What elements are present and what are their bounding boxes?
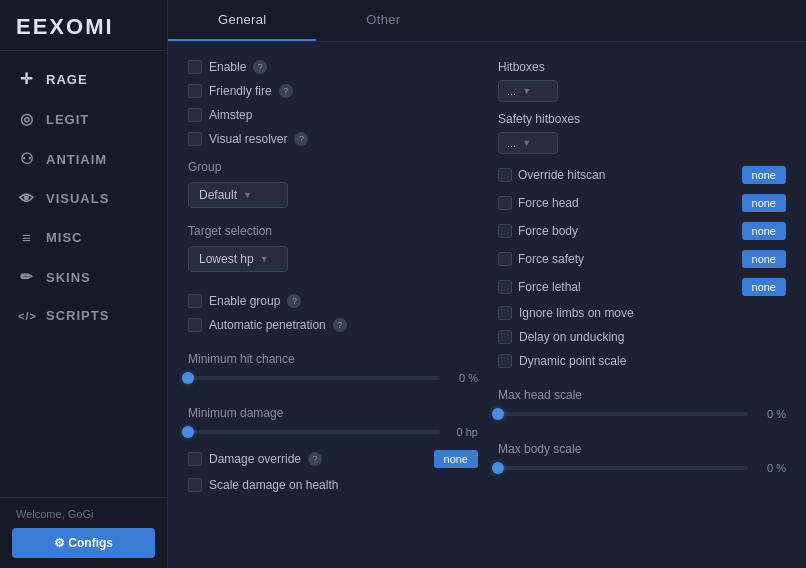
sidebar-item-rage[interactable]: ✛ RAGE — [0, 59, 167, 99]
auto-pen-help-icon[interactable]: ? — [333, 318, 347, 332]
safety-hitboxes-dropdown[interactable]: ... ▼ — [498, 132, 558, 154]
force-head-label: Force head — [518, 196, 736, 210]
sidebar-item-antiaim[interactable]: ⚇ ANTIAIM — [0, 139, 167, 179]
target-dropdown-value: Lowest hp — [199, 252, 254, 266]
force-body-none-button[interactable]: none — [742, 222, 786, 240]
max-body-scale-thumb[interactable] — [492, 462, 504, 474]
ignore-limbs-label: Ignore limbs on move — [519, 306, 634, 320]
min-damage-label: Minimum damage — [188, 406, 478, 420]
min-hit-chance-slider-row: Minimum hit chance 0 % — [188, 344, 478, 384]
min-damage-track[interactable] — [188, 430, 440, 434]
configs-button[interactable]: ⚙ Configs — [12, 528, 155, 558]
visual-resolver-checkbox[interactable] — [188, 132, 202, 146]
damage-override-row: Damage override ? none — [188, 448, 478, 470]
sidebar-item-legit[interactable]: ◎ LEGIT — [0, 99, 167, 139]
group-dropdown-value: Default — [199, 188, 237, 202]
scale-damage-label: Scale damage on health — [209, 478, 338, 492]
max-head-scale-value: 0 % — [758, 408, 786, 420]
min-hit-chance-track[interactable] — [188, 376, 440, 380]
hitboxes-dropdown-arrow: ▼ — [522, 86, 531, 96]
max-head-scale-thumb[interactable] — [492, 408, 504, 420]
force-body-label: Force body — [518, 224, 736, 238]
max-head-scale-track[interactable] — [498, 412, 748, 416]
sidebar-label-scripts: SCRIPTS — [46, 308, 109, 323]
force-body-checkbox[interactable] — [498, 224, 512, 238]
friendly-fire-help-icon[interactable]: ? — [279, 84, 293, 98]
enable-row: Enable ? — [188, 58, 478, 76]
visual-resolver-help-icon[interactable]: ? — [294, 132, 308, 146]
min-hit-chance-value: 0 % — [450, 372, 478, 384]
scale-damage-checkbox[interactable] — [188, 478, 202, 492]
safety-dropdown-value: ... — [507, 137, 516, 149]
min-hit-chance-label: Minimum hit chance — [188, 352, 478, 366]
auto-pen-row: Automatic penetration ? — [188, 316, 478, 334]
content-area: Enable ? Friendly fire ? Aimstep — [168, 42, 806, 568]
enable-label: Enable — [209, 60, 246, 74]
sidebar-label-legit: LEGIT — [46, 112, 89, 127]
damage-override-help-icon[interactable]: ? — [308, 452, 322, 466]
force-lethal-checkbox[interactable] — [498, 280, 512, 294]
app-container: EEXOMI ✛ RAGE ◎ LEGIT ⚇ ANTIAIM 👁 VISUAL… — [0, 0, 806, 568]
friendly-fire-checkbox[interactable] — [188, 84, 202, 98]
aimstep-checkbox[interactable] — [188, 108, 202, 122]
min-damage-slider-row: Minimum damage 0 hp — [188, 398, 478, 438]
force-safety-checkbox[interactable] — [498, 252, 512, 266]
misc-icon: ≡ — [18, 229, 36, 246]
enable-group-help-icon[interactable]: ? — [287, 294, 301, 308]
min-damage-value: 0 hp — [450, 426, 478, 438]
min-damage-thumb[interactable] — [182, 426, 194, 438]
max-body-scale-row: Max body scale 0 % — [498, 434, 786, 474]
delay-unducking-checkbox[interactable] — [498, 330, 512, 344]
scale-damage-row: Scale damage on health — [188, 476, 478, 494]
group-dropdown[interactable]: Default ▼ — [188, 182, 288, 208]
left-column: Enable ? Friendly fire ? Aimstep — [188, 58, 478, 552]
force-lethal-label: Force lethal — [518, 280, 736, 294]
max-head-scale-row: Max head scale 0 % — [498, 380, 786, 420]
welcome-text: Welcome, GoGi — [12, 508, 155, 520]
force-head-none-button[interactable]: none — [742, 194, 786, 212]
max-head-scale-container: 0 % — [498, 408, 786, 420]
tab-general[interactable]: General — [168, 0, 316, 41]
min-hit-chance-thumb[interactable] — [182, 372, 194, 384]
override-hitscan-checkbox[interactable] — [498, 168, 512, 182]
right-column: Hitboxes ... ▼ Safety hitboxes ... ▼ Ove… — [498, 58, 786, 552]
max-body-scale-container: 0 % — [498, 462, 786, 474]
sidebar-item-skins[interactable]: ✏ SKINS — [0, 257, 167, 297]
tab-other[interactable]: Other — [316, 0, 450, 41]
force-lethal-none-button[interactable]: none — [742, 278, 786, 296]
enable-help-icon[interactable]: ? — [253, 60, 267, 74]
override-hitscan-label: Override hitscan — [518, 168, 736, 182]
sidebar-item-misc[interactable]: ≡ MISC — [0, 218, 167, 257]
max-body-scale-value: 0 % — [758, 462, 786, 474]
target-dropdown[interactable]: Lowest hp ▼ — [188, 246, 288, 272]
auto-pen-checkbox[interactable] — [188, 318, 202, 332]
override-hitscan-row: Override hitscan none — [498, 164, 786, 186]
damage-override-checkbox[interactable] — [188, 452, 202, 466]
delay-unducking-label: Delay on unducking — [519, 330, 624, 344]
ignore-limbs-checkbox[interactable] — [498, 306, 512, 320]
hitboxes-dropdown-value: ... — [507, 85, 516, 97]
max-body-scale-label: Max body scale — [498, 442, 786, 456]
main-content: General Other Enable ? Friendly fire ? — [168, 0, 806, 568]
aimstep-label: Aimstep — [209, 108, 252, 122]
override-hitscan-none-button[interactable]: none — [742, 166, 786, 184]
scripts-icon: </> — [18, 310, 36, 322]
sidebar-item-scripts[interactable]: </> SCRIPTS — [0, 297, 167, 334]
sidebar-label-antiaim: ANTIAIM — [46, 152, 107, 167]
enable-checkbox[interactable] — [188, 60, 202, 74]
dynamic-point-checkbox[interactable] — [498, 354, 512, 368]
enable-group-checkbox[interactable] — [188, 294, 202, 308]
logo: EEXOMI — [0, 0, 167, 51]
damage-override-none-button[interactable]: none — [434, 450, 478, 468]
sidebar-item-visuals[interactable]: 👁 VISUALS — [0, 179, 167, 218]
hitboxes-dropdown[interactable]: ... ▼ — [498, 80, 558, 102]
max-body-scale-track[interactable] — [498, 466, 748, 470]
delay-unducking-row: Delay on unducking — [498, 328, 786, 346]
force-safety-none-button[interactable]: none — [742, 250, 786, 268]
aimstep-row: Aimstep — [188, 106, 478, 124]
sidebar: EEXOMI ✛ RAGE ◎ LEGIT ⚇ ANTIAIM 👁 VISUAL… — [0, 0, 168, 568]
force-head-checkbox[interactable] — [498, 196, 512, 210]
sidebar-bottom: Welcome, GoGi ⚙ Configs — [0, 497, 167, 568]
damage-override-label: Damage override — [209, 452, 301, 466]
force-body-row: Force body none — [498, 220, 786, 242]
